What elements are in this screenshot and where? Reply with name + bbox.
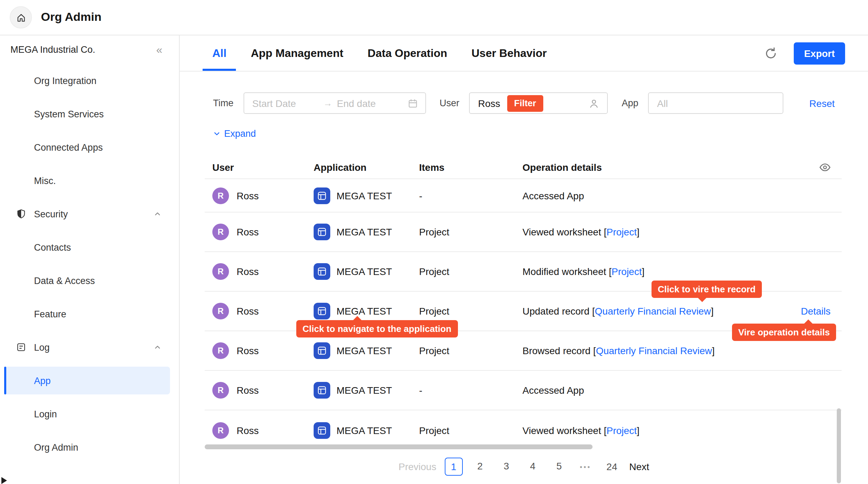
- page-1[interactable]: 1: [445, 458, 463, 476]
- application-cell[interactable]: MEGA TEST: [314, 179, 416, 212]
- end-date-input[interactable]: [337, 98, 391, 109]
- column-user: User: [212, 162, 234, 173]
- tab-all[interactable]: All: [212, 35, 227, 71]
- tab-bar-row: AllApp ManagementData OperationUser Beha…: [180, 35, 868, 72]
- page-4[interactable]: 4: [524, 458, 542, 476]
- time-label: Time: [213, 98, 233, 108]
- application-cell[interactable]: MEGA TEST: [314, 371, 416, 410]
- page-title: Org Admin: [41, 10, 101, 24]
- pagination: Previous 12345 ••• 24 Next: [180, 458, 868, 476]
- sidebar-item-contacts[interactable]: Contacts: [0, 231, 179, 264]
- selected-accent-bar: [4, 367, 6, 394]
- record-link[interactable]: Quarterly Financial Review: [595, 306, 711, 317]
- sidebar: MEGA Industrial Co. « Org IntegrationSys…: [0, 35, 180, 484]
- table-row: RRossMEGA TEST-Accessed App: [205, 179, 842, 212]
- sidebar-item-label: Org Integration: [34, 75, 96, 86]
- user-cell: RRoss: [212, 292, 309, 331]
- sidebar-item-org-admin[interactable]: Org Admin: [0, 431, 179, 464]
- operation-text: Accessed App: [522, 385, 584, 396]
- chevron-up-icon: [153, 342, 162, 352]
- sidebar-item-security[interactable]: Security: [0, 197, 179, 231]
- pagination-ellipsis[interactable]: •••: [577, 463, 595, 470]
- operation-text: ]: [712, 345, 715, 356]
- expand-label: Expand: [224, 128, 256, 139]
- range-arrow-icon: →: [319, 98, 337, 108]
- app-name: MEGA TEST: [337, 385, 392, 396]
- sidebar-item-label: Data & Access: [34, 275, 95, 286]
- sidebar-item-login[interactable]: Login: [0, 397, 179, 431]
- home-button[interactable]: [10, 6, 32, 28]
- items-cell: -: [419, 179, 516, 212]
- sidebar-item-log[interactable]: Log: [0, 331, 179, 364]
- reset-link[interactable]: Reset: [809, 98, 835, 109]
- sidebar-item-label: System Services: [34, 109, 104, 119]
- user-cell: RRoss: [212, 179, 309, 212]
- sidebar-item-misc[interactable]: Misc.: [0, 164, 179, 197]
- app-icon: [314, 263, 330, 280]
- sidebar-item-connected-apps[interactable]: Connected Apps: [0, 131, 179, 164]
- shield-icon: [16, 209, 26, 219]
- app-filter-input[interactable]: [648, 92, 783, 114]
- start-date-input[interactable]: [252, 98, 319, 109]
- tab-bar: AllApp ManagementData OperationUser Beha…: [212, 35, 571, 71]
- date-range-input[interactable]: →: [243, 92, 426, 114]
- operation-text: Viewed worksheet [: [522, 425, 606, 436]
- sidebar-item-system-services[interactable]: System Services: [0, 97, 179, 131]
- vertical-scrollbar[interactable]: [837, 408, 841, 483]
- previous-button[interactable]: Previous: [399, 461, 436, 472]
- tab-user-behavior[interactable]: User Behavior: [471, 35, 547, 71]
- avatar: R: [212, 422, 229, 439]
- annotation-callout: Click to navigate to the application: [296, 320, 458, 337]
- expand-toggle[interactable]: Expand: [212, 128, 256, 139]
- chevron-up-icon: [153, 209, 162, 219]
- horizontal-scrollbar[interactable]: [205, 444, 593, 449]
- user-cell: RRoss: [212, 331, 309, 370]
- sidebar-item-feature[interactable]: Feature: [0, 297, 179, 331]
- sidebar-item-data-access[interactable]: Data & Access: [0, 264, 179, 297]
- app-label: App: [622, 98, 638, 108]
- application-cell[interactable]: MEGA TEST: [314, 410, 416, 450]
- filter-chip: Filter: [507, 95, 543, 111]
- operation-cell: Accessed App: [522, 179, 800, 212]
- application-cell[interactable]: MEGA TEST: [314, 212, 416, 251]
- app-icon: [314, 224, 330, 240]
- tab-data-operation[interactable]: Data Operation: [368, 35, 447, 71]
- record-link[interactable]: Quarterly Financial Review: [596, 345, 712, 356]
- person-icon[interactable]: [588, 98, 599, 109]
- sidebar-item-label: Feature: [34, 309, 66, 319]
- refresh-icon[interactable]: [764, 47, 778, 60]
- sidebar-item-org-integration[interactable]: Org Integration: [0, 64, 179, 97]
- app-name: MEGA TEST: [337, 226, 392, 237]
- selected-highlight: [4, 367, 170, 394]
- page-3[interactable]: 3: [497, 458, 516, 476]
- page-5[interactable]: 5: [550, 458, 568, 476]
- eye-icon[interactable]: [819, 161, 831, 174]
- application-cell[interactable]: MEGA TEST: [314, 252, 416, 291]
- collapse-sidebar-icon[interactable]: «: [156, 44, 162, 55]
- operation-text: ]: [642, 266, 645, 277]
- operation-text: Accessed App: [522, 190, 584, 201]
- details-link[interactable]: Details: [801, 306, 831, 317]
- items-cell: Project: [419, 252, 516, 291]
- record-link[interactable]: Project: [606, 425, 637, 436]
- app-name: MEGA TEST: [337, 306, 392, 317]
- operation-cell: Viewed worksheet [Project]: [522, 410, 800, 450]
- app-filter-value[interactable]: [657, 98, 774, 109]
- tab-app-management[interactable]: App Management: [251, 35, 343, 71]
- annotation-callout: Click to vire the record: [652, 281, 762, 298]
- app-name: MEGA TEST: [337, 190, 392, 201]
- sidebar-item-app[interactable]: App: [0, 364, 179, 397]
- export-button[interactable]: Export: [794, 42, 845, 65]
- user-filter-input[interactable]: Ross Filter: [469, 92, 608, 114]
- page-2[interactable]: 2: [471, 458, 489, 476]
- org-selector: MEGA Industrial Co. «: [0, 35, 179, 64]
- record-link[interactable]: Project: [612, 266, 642, 277]
- calendar-icon[interactable]: [407, 98, 418, 109]
- user-cell: RRoss: [212, 252, 309, 291]
- sidebar-item-label: Org Admin: [34, 442, 78, 452]
- user-label: User: [440, 98, 459, 108]
- page-24[interactable]: 24: [603, 458, 621, 476]
- record-link[interactable]: Project: [606, 226, 637, 237]
- table-header: User Application Items Operation details: [205, 156, 842, 178]
- next-button[interactable]: Next: [629, 461, 649, 472]
